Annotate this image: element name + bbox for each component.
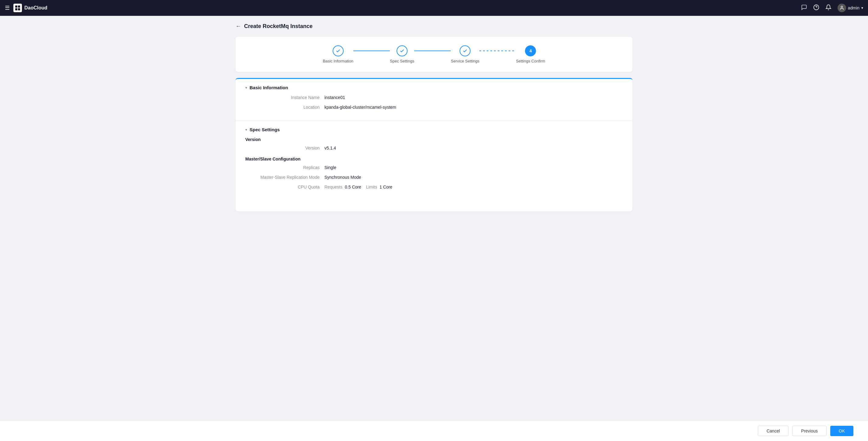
cpu-limits: Limits 1 Core: [366, 184, 392, 189]
cpu-requests: Requests 0.5 Core: [324, 184, 363, 189]
cpu-quota-row: CPU Quota Requests 0.5 Core Limits 1 Cor…: [245, 184, 623, 189]
content-card: ▾ Basic Information Instance Name instan…: [236, 78, 632, 211]
svg-rect-0: [15, 5, 17, 8]
limits-label: Limits: [366, 184, 377, 189]
page-title: Create RocketMq Instance: [244, 23, 313, 30]
navbar-left: ☰ DaoCloud: [5, 4, 48, 12]
steps-card: Basic Information Spec Settings: [236, 37, 632, 72]
steps-container: Basic Information Spec Settings: [236, 46, 632, 63]
back-button[interactable]: ←: [236, 23, 241, 30]
navbar-right: admin ▾: [801, 4, 863, 12]
step-4-circle: 4: [525, 46, 536, 56]
cpu-quota-value: Requests 0.5 Core Limits 1 Core: [324, 184, 396, 189]
user-area[interactable]: admin ▾: [838, 4, 863, 12]
logo: DaoCloud: [13, 4, 48, 12]
replicas-value: Single: [324, 165, 336, 170]
instance-name-row: Instance Name instance01: [245, 95, 623, 100]
spec-settings-section: ▾ Spec Settings Version Version v5.1.4 M…: [236, 121, 632, 202]
version-subsection-title: Version: [245, 137, 623, 142]
page-container: ← Create RocketMq Instance Basic Informa…: [221, 16, 647, 243]
basic-info-title: Basic Information: [250, 85, 288, 90]
connector-1-2: [353, 51, 390, 51]
instance-name-label: Instance Name: [245, 95, 324, 100]
replication-mode-value: Synchronous Mode: [324, 175, 361, 180]
replicas-row: Replicas Single: [245, 165, 623, 170]
navbar: ☰ DaoCloud: [0, 0, 868, 16]
avatar: [838, 4, 846, 12]
logo-text: DaoCloud: [24, 5, 48, 11]
version-subsection: Version Version v5.1.4: [245, 137, 623, 150]
step-2-label: Spec Settings: [390, 59, 414, 63]
hamburger-icon[interactable]: ☰: [5, 5, 10, 11]
step-1-circle: [333, 46, 344, 56]
svg-rect-3: [18, 8, 20, 10]
instance-name-value: instance01: [324, 95, 345, 100]
step-3-circle: [460, 46, 470, 56]
step-4-label: Settings Confirm: [516, 59, 545, 63]
location-label: Location: [245, 105, 324, 110]
master-slave-subsection: Master/Slave Configuration Replicas Sing…: [245, 156, 623, 189]
logo-icon: [13, 4, 22, 12]
message-icon[interactable]: [801, 4, 807, 12]
svg-rect-1: [18, 5, 20, 8]
version-row: Version v5.1.4: [245, 146, 623, 150]
connector-3-4: [479, 51, 516, 51]
step-3-label: Service Settings: [451, 59, 479, 63]
svg-point-6: [841, 6, 842, 8]
version-label: Version: [245, 146, 324, 150]
spec-settings-title: Spec Settings: [250, 127, 280, 132]
action-bar: Cancel Previous OK: [0, 420, 868, 441]
version-value: v5.1.4: [324, 146, 336, 150]
chevron-down-icon: ▾: [861, 6, 863, 10]
step-spec-settings: Spec Settings: [390, 46, 414, 63]
spec-settings-toggle[interactable]: ▾: [245, 127, 247, 132]
location-row: Location kpanda-global-cluster/mcamel-sy…: [245, 105, 623, 110]
svg-rect-2: [15, 8, 17, 10]
step-1-label: Basic Information: [323, 59, 353, 63]
ok-button[interactable]: OK: [830, 426, 854, 436]
basic-info-header: ▾ Basic Information: [245, 85, 623, 90]
page-header: ← Create RocketMq Instance: [236, 23, 632, 30]
previous-button[interactable]: Previous: [792, 426, 826, 436]
step-service-settings: Service Settings: [451, 46, 479, 63]
master-slave-title: Master/Slave Configuration: [245, 156, 623, 161]
requests-value: 0.5 Core: [345, 184, 361, 189]
requests-label: Requests: [324, 184, 342, 189]
step-2-circle: [397, 46, 407, 56]
replicas-label: Replicas: [245, 165, 324, 170]
basic-information-section: ▾ Basic Information Instance Name instan…: [236, 79, 632, 121]
step-settings-confirm: 4 Settings Confirm: [516, 46, 545, 63]
step-basic-information: Basic Information: [323, 46, 353, 63]
help-icon[interactable]: [813, 4, 819, 11]
connector-2-3: [414, 51, 451, 51]
cancel-button[interactable]: Cancel: [758, 426, 789, 436]
replication-mode-row: Master-Slave Replication Mode Synchronou…: [245, 175, 623, 180]
spec-settings-header: ▾ Spec Settings: [245, 127, 623, 132]
limits-value: 1 Core: [379, 184, 392, 189]
location-value: kpanda-global-cluster/mcamel-system: [324, 105, 396, 110]
bell-icon[interactable]: [826, 4, 832, 11]
cpu-quota-label: CPU Quota: [245, 184, 324, 189]
replication-mode-label: Master-Slave Replication Mode: [245, 175, 324, 180]
basic-info-toggle[interactable]: ▾: [245, 86, 247, 90]
user-name: admin: [848, 5, 860, 10]
